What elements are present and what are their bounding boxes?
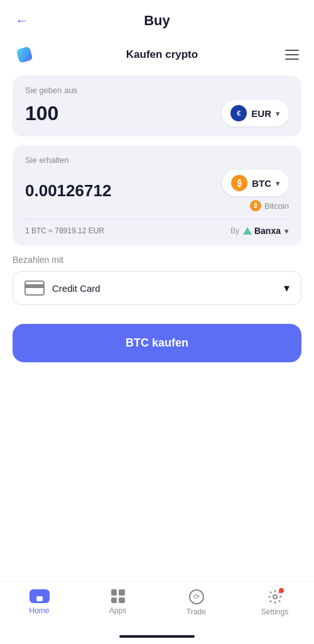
banxa-selector[interactable]: By Banxa ▾ [230, 226, 289, 236]
home-indicator-bar [119, 635, 195, 638]
back-button[interactable]: ← [15, 13, 29, 29]
bitcoin-badge: ₿ Bitcoin [250, 200, 289, 211]
currency-selector-btc[interactable]: ₿ BTC ▾ [222, 170, 289, 196]
eur-icon: € [230, 105, 247, 121]
banxa-chevron-icon: ▾ [284, 226, 289, 236]
header: ← Buy [0, 0, 314, 36]
nav-item-trade[interactable]: ⟳ Trade [178, 589, 215, 616]
nav-label-home: Home [29, 606, 49, 615]
rate-text: 1 BTC ≈ 78919.12 EUR [25, 226, 104, 235]
payment-left: Credit Card [24, 280, 100, 296]
currency-label-btc: BTC [252, 178, 271, 189]
banxa-triangle-icon [243, 227, 252, 235]
payment-method-selector[interactable]: Credit Card ▾ [13, 271, 301, 305]
by-label: By [230, 226, 239, 235]
nav-label-settings: Settings [261, 608, 288, 616]
nav-label-apps: Apps [109, 606, 126, 615]
page-title: Buy [144, 13, 170, 29]
bitcoin-sm-icon: ₿ [250, 200, 261, 211]
menu-button[interactable] [285, 50, 299, 60]
apps-icon [111, 589, 125, 603]
currency-label-eur: EUR [251, 108, 271, 119]
app-bar: Kaufen crypto [0, 36, 314, 75]
receive-amount: 0.00126712 [25, 181, 111, 201]
banxa-logo: Banxa [243, 226, 281, 236]
payment-chevron-icon: ▾ [284, 281, 290, 295]
spend-label: Sie geben aus [25, 86, 289, 95]
nav-item-home[interactable]: Home [21, 589, 58, 615]
receive-card: Sie erhalten 0.00126712 ₿ BTC ▾ ₿ Bitcoi… [13, 145, 301, 246]
svg-rect-0 [16, 47, 33, 64]
credit-card-icon [24, 280, 45, 296]
spend-card: Sie geben aus 100 € EUR ▾ [13, 75, 301, 136]
receive-label: Sie erhalten [25, 155, 289, 165]
app-logo-icon [15, 43, 39, 67]
bitcoin-name: Bitcoin [264, 201, 289, 211]
appbar-title: Kaufen crypto [126, 48, 198, 61]
nav-item-apps[interactable]: Apps [99, 589, 137, 615]
payment-label: Credit Card [52, 283, 100, 294]
payment-section-label: Bezahlen mit [13, 255, 301, 265]
nav-item-settings[interactable]: Settings [256, 589, 294, 616]
trade-icon: ⟳ [189, 589, 204, 604]
svg-point-1 [273, 595, 277, 599]
settings-icon [268, 589, 283, 604]
btc-chevron-icon: ▾ [276, 179, 280, 188]
banxa-name: Banxa [254, 226, 281, 236]
buy-button[interactable]: BTC kaufen [13, 324, 301, 362]
currency-selector-eur[interactable]: € EUR ▾ [222, 100, 289, 126]
chevron-down-icon: ▾ [276, 109, 280, 118]
nav-label-trade: Trade [187, 608, 206, 616]
rate-row: 1 BTC ≈ 78919.12 EUR By Banxa ▾ [25, 219, 289, 236]
home-icon [30, 589, 50, 603]
spend-amount: 100 [25, 102, 58, 125]
bottom-nav: Home Apps ⟳ Trade Settings [0, 581, 314, 644]
btc-icon: ₿ [231, 175, 247, 191]
